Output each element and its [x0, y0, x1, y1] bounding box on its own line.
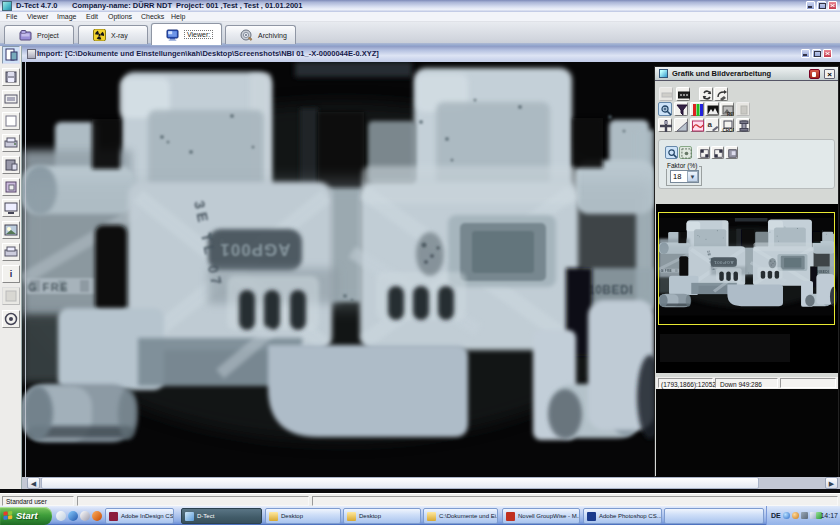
- svg-text:G FRE: G FRE: [28, 281, 69, 293]
- svg-text:AGP001: AGP001: [219, 240, 290, 259]
- svg-text:CROP: CROP: [723, 128, 735, 133]
- svg-text:10BEDI: 10BEDI: [588, 283, 633, 297]
- svg-text:a: a: [708, 120, 713, 129]
- svg-text:REF: REF: [727, 112, 734, 117]
